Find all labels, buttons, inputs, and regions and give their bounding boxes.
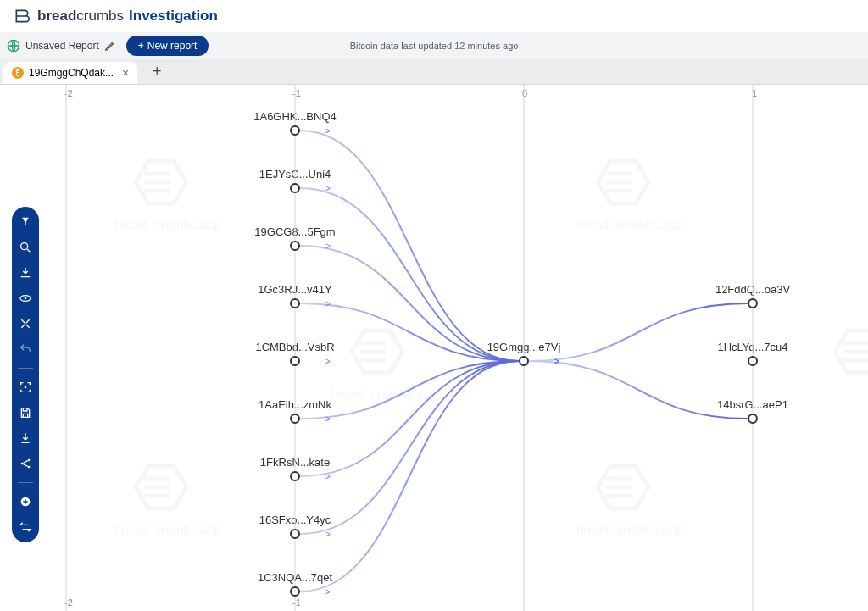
svg-point-40 <box>28 466 31 469</box>
new-report-label: New report <box>147 40 198 52</box>
data-status: Bitcoin data last updated 12 minutes ago <box>350 41 519 51</box>
save-icon[interactable] <box>19 406 32 419</box>
new-report-button[interactable]: + New report <box>126 36 209 56</box>
subheader: Unsaved Report + New report Bitcoin data… <box>0 32 868 59</box>
svg-point-33 <box>21 243 28 250</box>
bitcoin-icon: ₿ <box>12 67 24 79</box>
svg-text:>: > <box>326 357 331 366</box>
eye-icon[interactable] <box>19 292 32 305</box>
graph-svg: >>>>>>>>>>>> <box>0 85 868 611</box>
graph-node[interactable] <box>290 471 300 481</box>
graph-node[interactable] <box>290 529 300 539</box>
graph-node[interactable] <box>290 125 300 136</box>
svg-text:>: > <box>554 357 559 366</box>
graph-node[interactable] <box>748 414 758 424</box>
svg-text:>: > <box>326 126 331 136</box>
graph-node[interactable] <box>519 356 529 366</box>
vertical-toolbar <box>12 207 39 542</box>
svg-point-38 <box>21 463 24 465</box>
svg-text:>: > <box>326 414 331 424</box>
svg-point-39 <box>28 459 31 462</box>
svg-text:>: > <box>326 242 331 251</box>
graph-node[interactable] <box>748 298 758 308</box>
graph-node[interactable] <box>290 183 300 193</box>
export-icon[interactable] <box>19 431 32 445</box>
tab-add-button[interactable]: + <box>146 63 168 81</box>
tab-label: 19GmggChQdak... <box>29 67 114 79</box>
graph-node[interactable] <box>290 356 300 366</box>
tab-active[interactable]: ₿ 19GmggChQdak... × <box>3 62 137 84</box>
report-name: Unsaved Report <box>25 40 99 52</box>
swap-icon[interactable] <box>19 520 32 534</box>
graph-node[interactable] <box>748 356 758 366</box>
graph-node[interactable] <box>290 586 300 597</box>
svg-point-36 <box>25 297 27 300</box>
graph-node[interactable] <box>290 414 300 424</box>
download-node-icon[interactable] <box>19 266 32 280</box>
brand-text: breadcrumbs <box>37 8 124 25</box>
logo-icon <box>14 8 31 25</box>
app-title: Investigation <box>129 8 218 25</box>
edit-icon[interactable] <box>104 40 116 52</box>
svg-point-37 <box>25 386 27 389</box>
svg-text:>: > <box>326 587 331 597</box>
graph-canvas[interactable]: -2 -1 0 1 -2 -1 breadcrumbs.app breadcru… <box>0 85 868 611</box>
search-icon[interactable] <box>19 241 32 254</box>
svg-text:>: > <box>326 530 331 539</box>
svg-line-34 <box>27 249 30 252</box>
undo-icon[interactable] <box>19 342 32 356</box>
svg-text:>: > <box>326 299 331 308</box>
svg-text:>: > <box>326 184 331 193</box>
tab-close-icon[interactable]: × <box>122 66 129 80</box>
tools-icon[interactable] <box>19 317 32 330</box>
globe-icon <box>7 39 20 53</box>
share-icon[interactable] <box>19 457 32 470</box>
tab-bar: ₿ 19GmggChQdak... × + <box>0 59 868 85</box>
add-icon[interactable] <box>19 495 32 508</box>
focus-icon[interactable] <box>19 380 32 394</box>
app-header: breadcrumbs Investigation <box>0 0 868 32</box>
toolbar-separator <box>18 482 33 483</box>
graph-node[interactable] <box>290 298 300 308</box>
filter-icon[interactable] <box>19 215 32 229</box>
graph-node[interactable] <box>290 241 300 251</box>
toolbar-separator <box>18 368 33 369</box>
plus-icon: + <box>138 40 144 52</box>
svg-text:>: > <box>326 472 331 481</box>
